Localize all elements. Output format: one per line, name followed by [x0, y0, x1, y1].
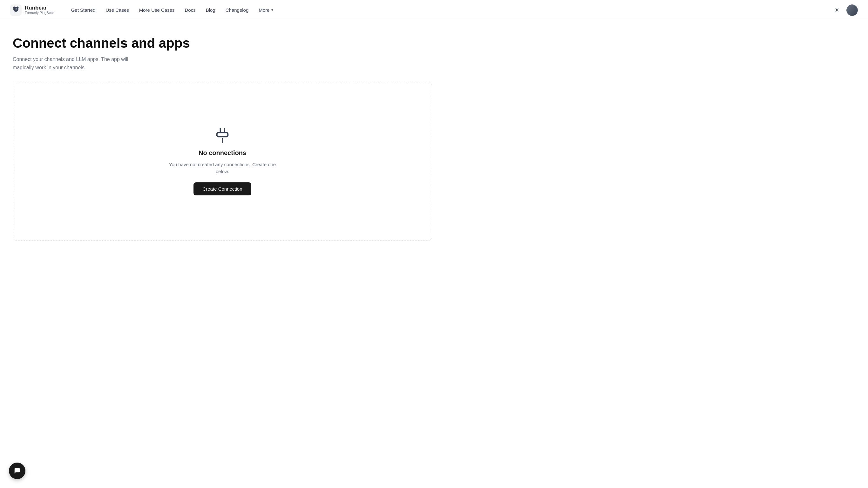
nav-links: Get Started Use Cases More Use Cases Doc…	[67, 5, 831, 15]
nav-use-cases[interactable]: Use Cases	[101, 5, 133, 15]
avatar-image	[846, 4, 858, 16]
svg-point-3	[17, 6, 19, 8]
nav-blog[interactable]: Blog	[202, 5, 220, 15]
create-connection-button[interactable]: Create Connection	[193, 182, 251, 195]
nav-more-use-cases[interactable]: More Use Cases	[135, 5, 179, 15]
main-content: Connect channels and apps Connect your c…	[0, 20, 445, 256]
nav-more-label: More	[259, 7, 270, 13]
svg-point-2	[13, 6, 16, 8]
user-avatar[interactable]	[846, 4, 858, 16]
nav-docs[interactable]: Docs	[180, 5, 200, 15]
logo-subtitle: Formerly PlugBear	[25, 11, 54, 15]
chat-icon	[14, 467, 21, 474]
svg-point-4	[14, 8, 16, 9]
plug-icon	[214, 127, 231, 144]
logo-text: Runbear Formerly PlugBear	[25, 5, 54, 15]
sun-icon: ☀	[834, 7, 839, 14]
nav-get-started[interactable]: Get Started	[67, 5, 100, 15]
no-connections-description: You have not created any connections. Cr…	[168, 161, 276, 175]
empty-state: No connections You have not created any …	[168, 127, 276, 195]
connections-panel: No connections You have not created any …	[13, 82, 432, 241]
svg-point-5	[16, 8, 17, 9]
runbear-logo-icon	[10, 4, 22, 16]
page-subtitle: Connect your channels and LLM apps. The …	[13, 55, 146, 71]
logo-title: Runbear	[25, 5, 54, 11]
navbar: Runbear Formerly PlugBear Get Started Us…	[0, 0, 868, 20]
theme-toggle-button[interactable]: ☀	[831, 4, 843, 16]
page-title: Connect channels and apps	[13, 36, 432, 51]
chat-support-button[interactable]	[9, 463, 25, 479]
nav-more[interactable]: More ▾	[254, 5, 278, 15]
nav-actions: ☀	[831, 4, 858, 16]
no-connections-title: No connections	[198, 149, 246, 157]
logo-link[interactable]: Runbear Formerly PlugBear	[10, 4, 54, 16]
nav-changelog[interactable]: Changelog	[221, 5, 253, 15]
chevron-down-icon: ▾	[271, 8, 273, 12]
svg-point-6	[15, 9, 17, 10]
